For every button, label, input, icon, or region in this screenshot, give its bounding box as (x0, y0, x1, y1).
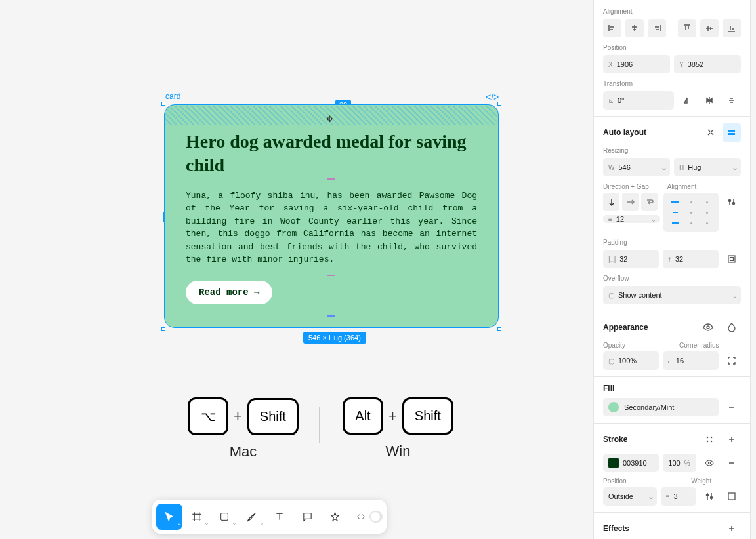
more-transform-button[interactable] (723, 91, 741, 110)
align-bottom-button[interactable] (723, 19, 741, 37)
read-more-button[interactable]: Read more → (186, 281, 272, 304)
selected-layer-name[interactable]: card (165, 92, 180, 101)
svg-point-43 (707, 441, 709, 443)
shortcut-mac: ⌥ + Shift Mac (188, 397, 299, 460)
key-shift: Shift (247, 398, 299, 435)
stroke-position-select[interactable]: Outside (603, 487, 657, 506)
opacity-label: Opacity (603, 342, 665, 349)
stroke-color-input[interactable]: 003910 (603, 454, 659, 472)
corner-radius-input[interactable]: ⌐16 (663, 351, 719, 370)
dimension-badge: 546 × Hug (364) (303, 332, 366, 344)
remove-fill-button[interactable] (723, 398, 741, 416)
position-y-input[interactable]: Y3852 (674, 55, 741, 73)
direction-wrap-button[interactable] (641, 193, 658, 211)
svg-rect-30 (728, 133, 735, 135)
alignment-section-label: Alignment (603, 8, 741, 15)
blend-mode-button[interactable] (723, 318, 741, 336)
fill-title: Fill (603, 384, 614, 393)
position-section-label: Position (603, 44, 741, 51)
align-vcenter-button[interactable] (700, 19, 719, 37)
stroke-weight-input[interactable]: ≡3 (661, 487, 696, 506)
align-left-button[interactable] (603, 19, 621, 37)
autolayout-settings-button[interactable] (723, 193, 741, 211)
align-top-button[interactable] (678, 19, 696, 37)
svg-point-44 (711, 441, 713, 443)
stroke-opacity-input[interactable]: 100% (663, 454, 696, 472)
stroke-visibility-button[interactable] (700, 454, 719, 472)
add-effect-button[interactable] (723, 519, 741, 538)
direction-horizontal-button[interactable] (622, 193, 639, 211)
svg-point-36 (733, 203, 735, 205)
text-tool[interactable] (266, 504, 293, 530)
align-hcenter-button[interactable] (625, 19, 644, 37)
stroke-per-side-button[interactable] (723, 487, 741, 506)
bottom-toolbar: ⌵ ⌵ ⌵ ⌵ (152, 500, 387, 534)
svg-point-41 (707, 437, 709, 439)
opacity-input[interactable]: ▢100% (603, 351, 659, 370)
resize-handle-right[interactable] (499, 212, 499, 222)
card-frame[interactable]: Hero dog awarded medal for saving child … (164, 104, 499, 328)
remove-stroke-button[interactable] (723, 454, 741, 472)
svg-rect-38 (730, 258, 734, 261)
shortcut-win: Alt + Shift Win (343, 397, 453, 460)
shortcut-divider (319, 407, 320, 443)
stroke-position-label: Position (603, 477, 674, 485)
os-label-mac: Mac (230, 443, 257, 460)
effects-title: Effects (603, 524, 629, 533)
pen-tool[interactable]: ⌵ (239, 504, 265, 530)
os-label-win: Win (386, 443, 411, 460)
svg-point-51 (707, 494, 709, 496)
move-cursor-icon: ✥ (326, 114, 333, 124)
transform-section-label: Transform (603, 80, 741, 87)
stroke-swatch (608, 458, 619, 468)
flip-horizontal-button[interactable] (678, 91, 696, 110)
al-alignment-label: Alignment (667, 183, 696, 190)
stroke-title: Stroke (603, 435, 627, 444)
stroke-weight-label: Weight (691, 477, 741, 485)
autolayout-title: Auto layout (603, 128, 646, 137)
svg-point-52 (711, 497, 713, 499)
visibility-toggle[interactable] (699, 318, 717, 336)
card-title-text[interactable]: Hero dog awarded medal for saving child (186, 130, 477, 178)
card-body-text[interactable]: Yuna, a floofy shiba inu, has been award… (186, 190, 477, 266)
overflow-label: Overflow (603, 275, 741, 282)
rotation-input[interactable]: ⊾0° (603, 91, 674, 110)
frame-tool[interactable]: ⌵ (184, 504, 210, 530)
alignment-grid[interactable] (663, 193, 719, 232)
autolayout-remove-button[interactable] (702, 123, 720, 142)
individual-padding-button[interactable] (723, 250, 741, 268)
fill-style-row[interactable]: Secondary/Mint (603, 398, 719, 416)
shape-tool[interactable]: ⌵ (211, 504, 238, 530)
resize-handle-left[interactable] (163, 212, 164, 222)
height-input[interactable]: HHug (674, 158, 741, 176)
gap-input[interactable]: ≡12 (603, 215, 660, 223)
individual-corners-button[interactable] (723, 351, 741, 370)
fill-swatch (608, 402, 619, 412)
design-canvas[interactable]: card </> 32 Hero dog awarded medal for s… (0, 0, 593, 539)
move-tool[interactable]: ⌵ (156, 504, 182, 530)
width-input[interactable]: W546 (603, 158, 670, 176)
padding-vertical-input[interactable]: ⫯32 (663, 250, 719, 268)
devmode-toggle[interactable] (369, 511, 383, 523)
comment-tool[interactable] (294, 504, 320, 530)
overflow-select[interactable]: ▢Show content (603, 286, 741, 304)
svg-rect-37 (728, 256, 735, 262)
direction-vertical-button[interactable] (603, 193, 620, 211)
add-stroke-button[interactable] (723, 430, 741, 449)
resizing-label: Resizing (603, 147, 741, 154)
devmode-tool[interactable] (356, 504, 383, 530)
actions-tool[interactable] (322, 504, 348, 530)
autolayout-enabled-button[interactable] (723, 123, 741, 142)
properties-panel: Alignment Position X1906 Y3852 Transform… (593, 0, 751, 539)
stroke-advanced-button[interactable] (700, 487, 719, 506)
stroke-styles-button[interactable] (700, 430, 719, 449)
direction-gap-label: Direction + Gap (603, 183, 649, 190)
position-x-input[interactable]: X1906 (603, 55, 670, 73)
svg-rect-4 (221, 513, 228, 521)
padding-horizontal-input[interactable]: |□|32 (603, 250, 659, 268)
radius-label: Corner radius (679, 342, 741, 349)
flip-vertical-button[interactable] (700, 91, 719, 110)
svg-rect-29 (728, 130, 735, 132)
devmode-icon[interactable]: </> (486, 92, 499, 102)
align-right-button[interactable] (648, 19, 666, 37)
